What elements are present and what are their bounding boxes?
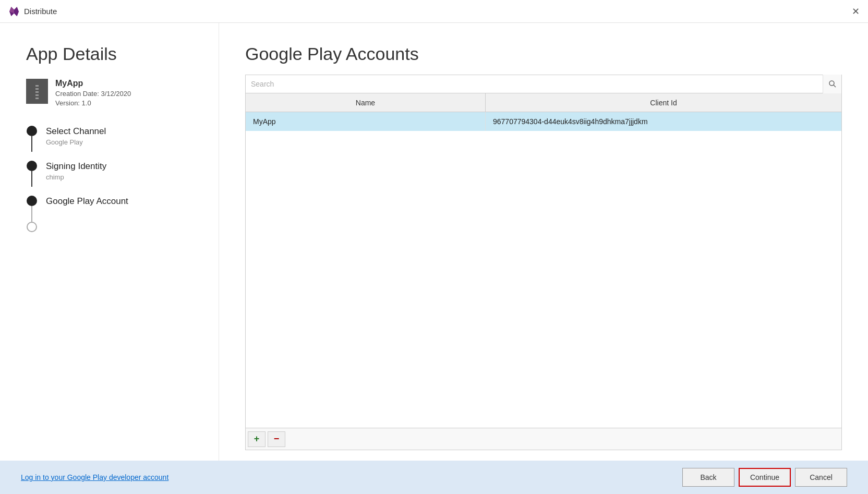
step-line-1 [31, 136, 32, 152]
app-meta: MyApp Creation Date: 3/12/2020 Version: … [55, 79, 131, 107]
add-account-button[interactable]: + [248, 431, 266, 447]
step-final [26, 222, 192, 236]
app-version: Version: 1.0 [55, 99, 131, 107]
table-container: Name Client Id MyApp 967707794304-d44euk… [245, 93, 842, 450]
step-indicator-col-2 [26, 161, 38, 187]
title-bar-title: Distribute [24, 7, 57, 16]
search-input[interactable] [246, 75, 823, 93]
td-app-name: MyApp [246, 112, 486, 131]
continue-button[interactable]: Continue [739, 468, 791, 487]
vs-logo-icon [8, 6, 20, 17]
search-icon[interactable] [823, 75, 841, 93]
sidebar-title: App Details [26, 44, 192, 64]
search-bar [245, 75, 842, 93]
table-header: Name Client Id [246, 93, 841, 112]
main-content: App Details MyApp Creation Date: 3/12/20… [0, 23, 868, 461]
close-button[interactable]: ✕ [852, 7, 860, 16]
title-bar-left: Distribute [8, 6, 57, 17]
th-clientid: Client Id [486, 93, 841, 112]
sidebar: App Details MyApp Creation Date: 3/12/20… [0, 23, 219, 461]
google-play-login-link[interactable]: Log in to your Google Play developer acc… [21, 473, 168, 481]
step-indicator-col-3 [26, 196, 38, 222]
remove-account-button[interactable]: − [268, 431, 285, 447]
step-label-2: Signing Identity [46, 161, 106, 172]
step-circle-2 [27, 161, 37, 171]
step-google-play-account: Google Play Account [26, 196, 192, 222]
svg-line-1 [834, 85, 836, 87]
svg-point-0 [829, 81, 834, 86]
step-indicator-col-1 [26, 126, 38, 152]
td-client-id: 967707794304-d44euk4sv8iig4h9dhkma7jjjdk… [486, 112, 841, 131]
step-select-channel: Select Channel Google Play [26, 126, 192, 161]
step-label-3: Google Play Account [46, 196, 128, 207]
back-button[interactable]: Back [682, 468, 734, 487]
app-icon [26, 79, 48, 104]
step-circle-1 [27, 126, 37, 136]
step-line-2 [31, 171, 32, 187]
stepper: Select Channel Google Play Signing Ident… [26, 126, 192, 236]
step-text-2: Signing Identity chimp [46, 161, 106, 196]
footer: Log in to your Google Play developer acc… [0, 461, 868, 494]
step-sublabel-1: Google Play [46, 138, 106, 146]
table-toolbar: + − [246, 428, 841, 450]
step-sublabel-2: chimp [46, 173, 106, 181]
panel-title: Google Play Accounts [245, 44, 842, 64]
th-name: Name [246, 93, 486, 112]
step-circle-3 [27, 196, 37, 206]
step-text-1: Select Channel Google Play [46, 126, 106, 161]
step-circle-4 [27, 222, 37, 232]
cancel-button[interactable]: Cancel [795, 468, 847, 487]
right-panel: Google Play Accounts Name Client Id MyAp… [219, 23, 868, 461]
title-bar: Distribute ✕ [0, 0, 868, 23]
footer-buttons: Back Continue Cancel [682, 468, 847, 487]
step-indicator-col-4 [26, 222, 38, 232]
step-text-3: Google Play Account [46, 196, 128, 222]
app-info: MyApp Creation Date: 3/12/2020 Version: … [26, 79, 192, 107]
step-signing-identity: Signing Identity chimp [26, 161, 192, 196]
table-body: MyApp 967707794304-d44euk4sv8iig4h9dhkma… [246, 112, 841, 428]
app-creation-date: Creation Date: 3/12/2020 [55, 90, 131, 98]
table-row[interactable]: MyApp 967707794304-d44euk4sv8iig4h9dhkma… [246, 112, 841, 131]
step-line-3 [31, 206, 32, 222]
app-name: MyApp [55, 79, 131, 88]
step-label-1: Select Channel [46, 126, 106, 137]
